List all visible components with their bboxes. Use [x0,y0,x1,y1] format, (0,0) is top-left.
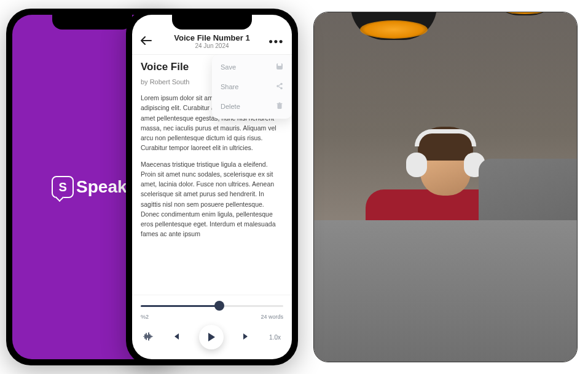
header-date: 24 Jun 2024 [155,42,269,49]
brand-logo: S Speakt [52,176,133,198]
phone-app: Voice File Number 1 24 Jun 2024 ●●● Voic… [126,9,298,365]
menu-item-save[interactable]: Save [212,57,292,77]
menu-label: Save [221,63,236,71]
progress-slider[interactable] [141,299,283,314]
play-button[interactable] [199,325,224,349]
skip-forward-icon [242,332,251,341]
slider-thumb[interactable] [214,301,224,311]
phone-notch [52,15,132,30]
previous-button[interactable] [171,332,180,343]
waveform-icon [143,332,153,341]
save-icon [276,63,283,71]
menu-item-delete[interactable]: Delete [212,97,292,116]
arrow-left-icon [141,36,152,45]
svg-rect-7 [279,103,281,104]
couch [313,220,578,362]
play-icon [207,332,216,342]
paragraph: Maecenas tristique tristique ligula a el… [141,159,283,239]
svg-rect-5 [278,104,282,109]
skip-back-icon [171,332,180,341]
progress-percent: %2 [141,314,149,320]
pendant-lamp [491,12,559,15]
menu-label: Share [221,83,238,90]
menu-item-share[interactable]: Share [212,77,292,97]
share-icon [276,82,283,91]
progress-words: 24 words [261,314,283,320]
phone-notch [172,15,252,30]
menu-label: Delete [221,103,240,110]
pendant-lamp [351,12,437,40]
brand-name: Speakt [76,177,133,197]
brand-icon: S [52,176,74,198]
audio-player: %2 24 words 1.0x [132,295,292,359]
svg-rect-1 [278,63,281,66]
speed-button[interactable]: 1.0x [269,334,281,341]
back-button[interactable] [141,35,155,48]
more-button[interactable]: ●●● [269,37,283,46]
lifestyle-photo [313,12,578,362]
trash-icon [276,102,283,111]
document-content: Voice File by Robert South Lorem ipsum d… [132,55,292,295]
header-title: Voice File Number 1 [155,33,269,42]
phone-mockups: S Speakt Voice File Number 1 24 Jun 2024 [6,6,301,368]
svg-rect-6 [277,103,283,105]
waveform-button[interactable] [143,332,153,343]
next-button[interactable] [242,332,251,343]
headphones-icon [409,129,482,172]
context-menu: Save Share Delete [212,55,292,119]
